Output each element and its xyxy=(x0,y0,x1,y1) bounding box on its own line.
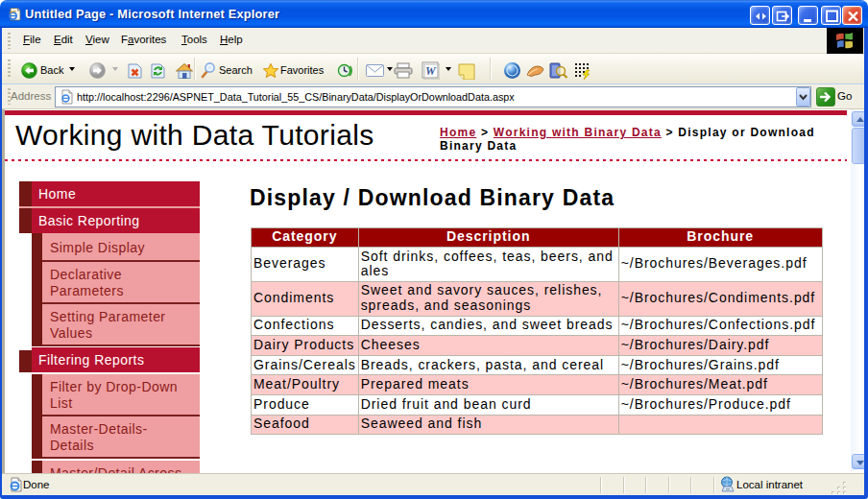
svg-text:W: W xyxy=(425,64,437,78)
